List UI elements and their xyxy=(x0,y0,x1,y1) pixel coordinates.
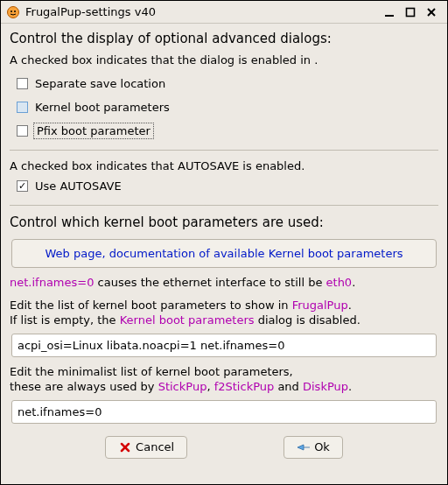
maximize-button[interactable] xyxy=(400,4,421,21)
section1-heading: Control the display of optional advanced… xyxy=(10,31,438,46)
close-button[interactable] xyxy=(421,4,442,21)
checkbox-label: Pfix boot parameter xyxy=(35,124,152,137)
minimal-params-field[interactable] xyxy=(11,400,437,424)
svg-point-2 xyxy=(14,11,16,12)
svg-rect-4 xyxy=(407,8,415,16)
checkbox-label: Use AUTOSAVE xyxy=(35,179,122,193)
window-title: FrugalPup-settings v40 xyxy=(25,5,379,18)
section1-intro: A checked box indicates that the dialog … xyxy=(10,53,438,67)
app-icon xyxy=(6,5,20,19)
button-row: Cancel Ok xyxy=(10,436,438,459)
cancel-icon xyxy=(118,440,132,454)
eth0-text: eth0 xyxy=(326,276,353,289)
edit2-note: Edit the minimalist list of kernel boot … xyxy=(10,364,438,395)
net-ifnames-note: net.ifnames=0 causes the ethernet interf… xyxy=(10,275,438,291)
section2-intro: A checked box indicates that AUTOSAVE is… xyxy=(10,159,438,172)
window: FrugalPup-settings v40 Control the displ… xyxy=(0,0,448,485)
separator xyxy=(10,150,438,151)
checkbox-label: Separate save location xyxy=(35,77,165,90)
checkbox-autosave[interactable] xyxy=(17,180,28,192)
checkbox-separate-save[interactable] xyxy=(17,78,28,89)
svg-point-1 xyxy=(10,11,12,12)
net-ifnames-code: net.ifnames=0 xyxy=(10,276,94,289)
titlebar: FrugalPup-settings v40 xyxy=(1,1,447,24)
separator xyxy=(10,205,438,206)
edit1-note: Edit the list of kernel boot parameters … xyxy=(10,298,438,328)
check-kernel-params[interactable]: Kernel boot parameters xyxy=(17,101,438,114)
section3-heading: Control which kernel boot parameters are… xyxy=(10,214,438,230)
docs-link-button[interactable]: Web page, documentation of available Ker… xyxy=(11,239,437,268)
kernel-params-field[interactable] xyxy=(11,334,437,357)
ok-icon xyxy=(297,440,311,454)
ok-button[interactable]: Ok xyxy=(284,436,343,459)
checkbox-kernel-params[interactable] xyxy=(17,102,28,113)
cancel-label: Cancel xyxy=(136,440,174,453)
ok-label: Ok xyxy=(314,440,330,453)
check-separate-save[interactable]: Separate save location xyxy=(17,77,438,90)
check-pfix[interactable]: Pfix boot parameter xyxy=(17,124,438,137)
content-area: Control the display of optional advanced… xyxy=(1,24,447,484)
minimize-button[interactable] xyxy=(379,4,400,21)
checkbox-label: Kernel boot parameters xyxy=(35,101,170,114)
check-autosave[interactable]: Use AUTOSAVE xyxy=(17,179,438,193)
checkbox-pfix[interactable] xyxy=(17,125,28,137)
svg-point-0 xyxy=(8,6,19,18)
cancel-button[interactable]: Cancel xyxy=(105,436,187,459)
